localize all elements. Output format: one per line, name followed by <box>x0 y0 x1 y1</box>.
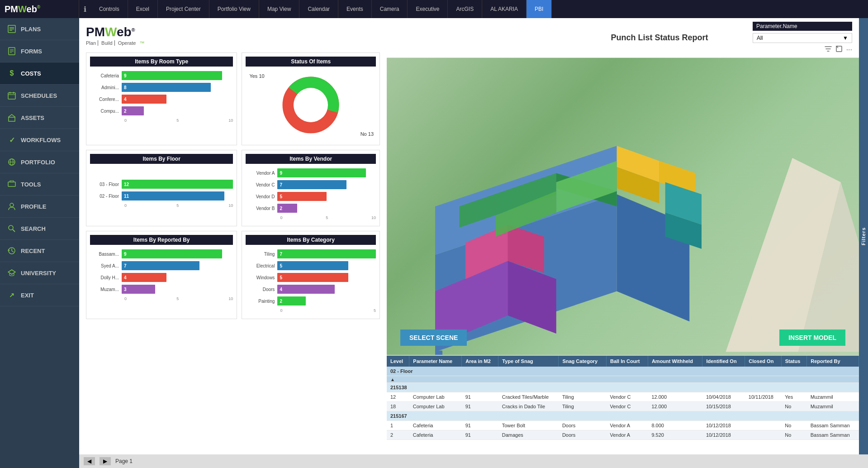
sidebar-item-assets[interactable]: ASSETS <box>0 107 79 129</box>
svg-rect-17 <box>10 181 14 182</box>
nav-portfolio-view[interactable]: Portfolio View <box>209 0 259 18</box>
bar-wrapper-vendorA: 9 <box>277 168 376 177</box>
sidebar: PLANS FORMS $ COSTS SCHEDULES ASSETS ✓ <box>0 18 79 468</box>
cell-param-name: Computer Lab <box>409 402 462 411</box>
sidebar-item-tools[interactable]: TOOLS <box>0 173 79 196</box>
cell-reported-by: Muzammil <box>807 392 859 402</box>
filter-icon[interactable] <box>825 45 832 54</box>
nav-al-akaria[interactable]: AL AKARIA <box>482 0 526 18</box>
filter-dropdown[interactable]: All ▼ <box>753 33 852 43</box>
nav-pbi[interactable]: PBI <box>526 0 552 18</box>
svg-point-24 <box>294 88 328 122</box>
col-area: Area in M2 <box>462 356 498 367</box>
sidebar-item-workflows[interactable]: ✓ WORKFLOWS <box>0 129 79 151</box>
nav-map-view[interactable]: Map View <box>259 0 299 18</box>
sidebar-search-label: SEARCH <box>21 225 46 232</box>
axis-reported: 0510 <box>90 296 233 301</box>
nav-events[interactable]: Events <box>338 0 372 18</box>
select-scene-button[interactable]: SELECT SCENE <box>400 330 467 346</box>
chart-reported-by: Items By Reported By Bassam... 9 Syed A.… <box>86 231 237 319</box>
bar-floor3: 12 <box>122 180 233 189</box>
bar-label-doors: Doors <box>246 287 277 292</box>
cell-reported-by: Muzammil <box>807 402 859 411</box>
bar-chart-floor: 03 - Floor 12 02 - Floor 11 <box>90 166 233 210</box>
sidebar-item-search[interactable]: SEARCH <box>0 218 79 240</box>
cell-type-snag: Damages <box>498 430 559 440</box>
bar-wrapper-electrical: 5 <box>277 261 376 270</box>
prev-page-button[interactable]: ◀ <box>84 457 95 465</box>
bar-bassam: 9 <box>122 249 222 258</box>
sidebar-item-profile[interactable]: PROFILE <box>0 196 79 218</box>
sidebar-item-recent[interactable]: RECENT <box>0 240 79 262</box>
bar-row-windows: Windows 5 <box>246 273 376 282</box>
assets-icon <box>7 113 16 122</box>
cell-identified: 10/12/2018 <box>702 421 745 430</box>
sidebar-item-schedules[interactable]: SCHEDULES <box>0 85 79 107</box>
data-table-container[interactable]: Level Parameter Name Area in M2 Type of … <box>387 355 859 454</box>
nav-camera[interactable]: Camera <box>372 0 408 18</box>
nav-arcgis[interactable]: ArcGIS <box>448 0 482 18</box>
sidebar-plans-label: PLANS <box>21 26 41 33</box>
bar-wrapper-confere: 4 <box>122 95 233 104</box>
sidebar-item-costs[interactable]: $ COSTS <box>0 62 79 85</box>
chart-vendor: Items By Vendor Vendor A 9 Vendor C <box>242 150 380 226</box>
top-navigation: PMWeb® ℹ Controls Excel Project Center P… <box>0 0 868 18</box>
bar-vendorD: 5 <box>277 192 327 201</box>
bar-label-bassam: Bassam... <box>90 252 122 257</box>
bar-wrapper-muzam: 3 <box>122 285 233 294</box>
cell-area: 91 <box>462 402 498 411</box>
university-icon <box>7 268 16 277</box>
sidebar-item-plans[interactable]: PLANS <box>0 18 79 40</box>
bar-label-cafeteria: Cafeteria <box>90 73 122 78</box>
sidebar-assets-label: ASSETS <box>21 115 44 121</box>
nav-excel[interactable]: Excel <box>128 0 158 18</box>
next-page-button[interactable]: ▶ <box>100 457 111 465</box>
cell-level: 12 <box>387 392 409 402</box>
sidebar-item-portfolio[interactable]: PORTFOLIO <box>0 151 79 173</box>
nav-executive[interactable]: Executive <box>408 0 448 18</box>
bar-row-bassam: Bassam... 9 <box>90 249 233 258</box>
report-title: Punch List Status Report <box>573 33 746 43</box>
bar-wrapper-cafeteria: 9 <box>122 71 233 80</box>
chart-vendor-title: Items By Vendor <box>246 154 376 164</box>
info-icon[interactable]: ℹ <box>79 5 91 14</box>
sidebar-costs-label: COSTS <box>21 70 41 77</box>
sidebar-item-university[interactable]: UNIVERSITY <box>0 262 79 284</box>
sidebar-profile-label: PROFILE <box>21 203 46 210</box>
chart-status-title: Status Of Items <box>246 57 376 67</box>
bar-chart-reported: Bassam... 9 Syed A... 7 <box>90 247 233 303</box>
cell-closed <box>745 421 781 430</box>
expand-toggle-icon[interactable]: ▲ <box>390 377 395 382</box>
chart-category-title: Items By Category <box>246 235 376 245</box>
profile-icon <box>7 202 16 211</box>
col-identified: Identified On <box>702 356 745 367</box>
sidebar-item-forms[interactable]: FORMS <box>0 40 79 62</box>
cell-status: No <box>781 421 806 430</box>
cell-ball-in-court: Vendor A <box>606 421 648 430</box>
bar-wrapper-compu: 2 <box>122 106 233 115</box>
pmweb-tagline: Plan Build Operate™ <box>86 40 148 46</box>
cell-identified: 10/15/2018 <box>702 402 745 411</box>
insert-model-button[interactable]: INSERT MODEL <box>779 330 845 346</box>
bar-wrapper-doors: 4 <box>277 285 376 294</box>
cell-type-snag: Cracked Tiles/Marble <box>498 392 559 402</box>
bar-electrical: 5 <box>277 261 348 270</box>
bar-label-dolly: Dolly H... <box>90 275 122 280</box>
chevron-down-icon: ▼ <box>843 35 848 41</box>
nav-controls[interactable]: Controls <box>91 0 128 18</box>
report-container: PMWeb® Plan Build Operate™ Items By Room… <box>79 18 868 454</box>
sidebar-item-exit[interactable]: ↗ EXIT <box>0 284 79 306</box>
portfolio-icon <box>7 158 16 167</box>
subgroup-label-215167: 215167 <box>387 411 859 421</box>
more-icon[interactable]: ··· <box>846 46 852 54</box>
bar-confere: 4 <box>122 95 166 104</box>
bar-row-floor3: 03 - Floor 12 <box>90 180 233 189</box>
nav-calendar[interactable]: Calendar <box>299 0 338 18</box>
bar-row-muzam: Muzam... 3 <box>90 285 233 294</box>
donut-chart-svg <box>281 76 340 134</box>
svg-rect-44 <box>435 351 442 355</box>
svg-line-20 <box>13 229 15 232</box>
nav-project-center[interactable]: Project Center <box>158 0 209 18</box>
expand-icon[interactable] <box>835 45 843 54</box>
filters-side-panel[interactable]: Filters <box>859 18 868 454</box>
